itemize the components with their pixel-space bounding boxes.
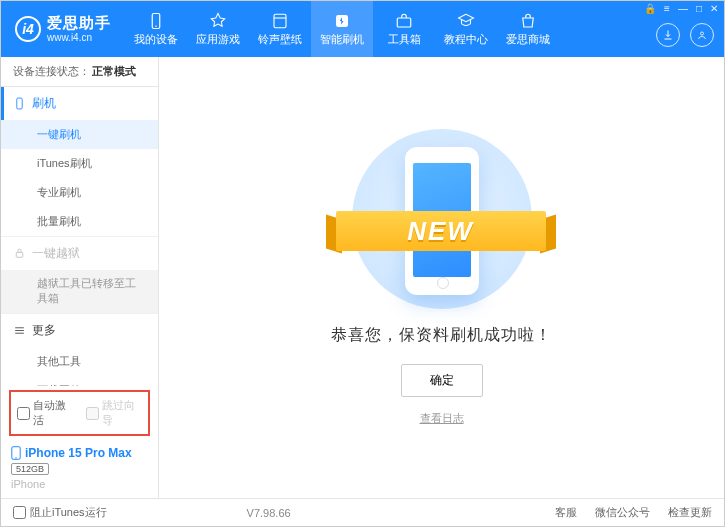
checkbox-block-itunes[interactable]: 阻止iTunes运行 — [13, 505, 107, 520]
svg-rect-2 — [274, 14, 286, 28]
checkbox-auto-activate[interactable]: 自动激活 — [17, 398, 74, 428]
app-logo: i4 爱思助手 www.i4.cn — [15, 15, 111, 43]
svg-rect-6 — [17, 98, 22, 109]
sidebar-item-batch-flash[interactable]: 批量刷机 — [1, 207, 158, 236]
activation-options: 自动激活 跳过向导 — [9, 390, 150, 436]
nav-tutorials[interactable]: 教程中心 — [435, 1, 497, 57]
app-name: 爱思助手 — [47, 15, 111, 32]
checkbox-skip-guide[interactable]: 跳过向导 — [86, 398, 143, 428]
svg-point-1 — [155, 25, 157, 27]
window-controls: 🔒 ≡ — □ ✕ — [644, 3, 718, 14]
download-icon[interactable] — [656, 23, 680, 47]
sidebar-group-flash[interactable]: 刷机 — [1, 87, 158, 120]
new-badge: NEW — [336, 211, 546, 251]
sidebar-item-itunes-flash[interactable]: iTunes刷机 — [1, 149, 158, 178]
footer: 阻止iTunes运行 V7.98.66 客服 微信公众号 检查更新 — [1, 498, 724, 526]
nav-smart-flash[interactable]: 智能刷机 — [311, 1, 373, 57]
svg-point-5 — [701, 32, 704, 35]
footer-link-support[interactable]: 客服 — [555, 505, 577, 520]
connection-status: 设备连接状态：正常模式 — [1, 57, 158, 87]
device-name[interactable]: iPhone 15 Pro Max — [11, 446, 148, 460]
footer-link-update[interactable]: 检查更新 — [668, 505, 712, 520]
sidebar-item-oneclick-flash[interactable]: 一键刷机 — [1, 120, 158, 149]
lock-icon[interactable]: 🔒 — [644, 3, 656, 14]
user-icon[interactable] — [690, 23, 714, 47]
nav-ringtones[interactable]: 铃声壁纸 — [249, 1, 311, 57]
device-info: iPhone 15 Pro Max 512GB iPhone — [1, 440, 158, 498]
main-nav: 我的设备 应用游戏 铃声壁纸 智能刷机 工具箱 教程中心 爱思商城 — [125, 1, 716, 57]
app-header: i4 爱思助手 www.i4.cn 我的设备 应用游戏 铃声壁纸 智能刷机 工具… — [1, 1, 724, 57]
success-message: 恭喜您，保资料刷机成功啦！ — [331, 325, 552, 346]
app-url: www.i4.cn — [47, 32, 111, 43]
nav-store[interactable]: 爱思商城 — [497, 1, 559, 57]
sidebar-group-more[interactable]: 更多 — [1, 314, 158, 347]
ok-button[interactable]: 确定 — [401, 364, 483, 397]
svg-rect-7 — [16, 252, 23, 257]
device-storage: 512GB — [11, 463, 49, 475]
device-type: iPhone — [11, 478, 148, 490]
view-log-link[interactable]: 查看日志 — [420, 411, 464, 426]
sidebar-jailbreak-note: 越狱工具已转移至工具箱 — [1, 270, 158, 313]
nav-my-device[interactable]: 我的设备 — [125, 1, 187, 57]
svg-point-9 — [15, 457, 16, 458]
minimize-icon[interactable]: — — [678, 3, 688, 14]
nav-apps-games[interactable]: 应用游戏 — [187, 1, 249, 57]
svg-rect-4 — [397, 18, 411, 27]
sidebar-group-jailbreak[interactable]: 一键越狱 — [1, 237, 158, 270]
logo-icon: i4 — [15, 16, 41, 42]
menu-icon[interactable]: ≡ — [664, 3, 670, 14]
main-content: NEW 恭喜您，保资料刷机成功啦！ 确定 查看日志 — [159, 57, 724, 498]
sidebar-item-download-firmware[interactable]: 下载固件 — [1, 376, 158, 386]
sidebar: 设备连接状态：正常模式 刷机 一键刷机 iTunes刷机 专业刷机 批量刷机 一… — [1, 57, 159, 498]
sidebar-item-other-tools[interactable]: 其他工具 — [1, 347, 158, 376]
version-label: V7.98.66 — [247, 507, 291, 519]
success-illustration: NEW — [342, 129, 542, 309]
nav-toolbox[interactable]: 工具箱 — [373, 1, 435, 57]
close-icon[interactable]: ✕ — [710, 3, 718, 14]
footer-link-wechat[interactable]: 微信公众号 — [595, 505, 650, 520]
maximize-icon[interactable]: □ — [696, 3, 702, 14]
sidebar-item-pro-flash[interactable]: 专业刷机 — [1, 178, 158, 207]
